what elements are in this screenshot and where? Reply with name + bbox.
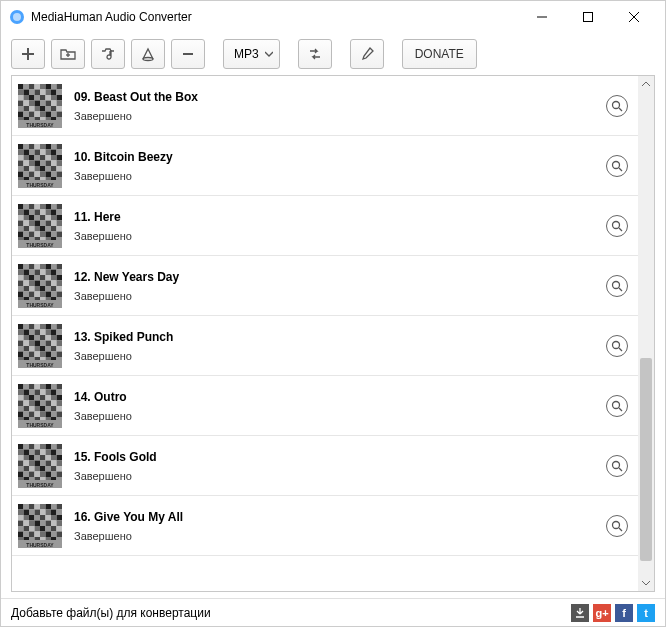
scrollbar[interactable] (638, 76, 654, 591)
svg-rect-422 (29, 444, 35, 450)
locate-button[interactable] (606, 455, 628, 477)
download-icon[interactable] (571, 604, 589, 622)
svg-text:THURSDAY: THURSDAY (26, 362, 54, 368)
track-item[interactable]: THURSDAY 13. Spiked Punch Завершено (12, 316, 638, 376)
track-item[interactable]: THURSDAY 11. Here Завершено (12, 196, 638, 256)
track-item[interactable]: THURSDAY 15. Fools Gold Завершено (12, 436, 638, 496)
scroll-track[interactable] (638, 92, 654, 575)
facebook-icon[interactable]: f (615, 604, 633, 622)
svg-rect-365 (46, 389, 52, 395)
svg-rect-91 (35, 149, 41, 155)
track-item[interactable]: THURSDAY 12. New Years Day Завершено (12, 256, 638, 316)
track-item[interactable]: THURSDAY 10. Bitcoin Beezy Завершено (12, 136, 638, 196)
svg-rect-236 (40, 275, 46, 281)
svg-rect-529 (24, 531, 30, 537)
maximize-button[interactable] (565, 1, 611, 33)
svg-rect-248 (18, 286, 24, 292)
svg-rect-378 (29, 400, 35, 406)
scroll-up-icon[interactable] (638, 76, 654, 92)
track-meta: 16. Give You My All Завершено (74, 510, 606, 542)
svg-rect-453 (24, 466, 30, 472)
scroll-down-icon[interactable] (638, 575, 654, 591)
track-status: Завершено (74, 470, 606, 482)
locate-button[interactable] (606, 95, 628, 117)
social-links: g+ f t (571, 604, 655, 622)
svg-rect-80 (18, 144, 24, 150)
track-status: Завершено (74, 110, 606, 122)
svg-text:THURSDAY: THURSDAY (26, 422, 54, 428)
close-button[interactable] (611, 1, 657, 33)
svg-rect-219 (35, 264, 41, 270)
svg-rect-390 (51, 406, 57, 412)
track-item[interactable]: THURSDAY 14. Outro Завершено (12, 376, 638, 436)
svg-rect-26 (51, 89, 57, 95)
svg-rect-179 (57, 220, 63, 226)
svg-rect-523 (35, 526, 41, 532)
svg-rect-326 (29, 351, 35, 357)
svg-point-1 (13, 13, 21, 21)
svg-rect-115 (35, 166, 41, 172)
svg-rect-170 (51, 215, 57, 221)
locate-button[interactable] (606, 395, 628, 417)
googleplus-icon[interactable]: g+ (593, 604, 611, 622)
svg-rect-358 (51, 384, 57, 390)
settings-button[interactable] (350, 39, 384, 69)
svg-rect-27 (57, 89, 63, 95)
svg-rect-423 (35, 444, 41, 450)
svg-rect-305 (46, 335, 52, 341)
svg-rect-262 (51, 291, 57, 297)
album-art: THURSDAY (18, 504, 62, 548)
track-list-container: THURSDAY 09. Beast Out the Box Завершено… (11, 75, 655, 592)
svg-rect-39 (35, 100, 41, 106)
locate-button[interactable] (606, 335, 628, 357)
svg-rect-152 (40, 204, 46, 210)
remove-button[interactable] (171, 39, 205, 69)
twitter-icon[interactable]: t (637, 604, 655, 622)
svg-rect-258 (29, 291, 35, 297)
svg-rect-519 (57, 520, 63, 526)
svg-point-486 (613, 461, 620, 468)
svg-rect-309 (24, 340, 30, 346)
track-item[interactable]: THURSDAY 16. Give You My All Завершено (12, 496, 638, 556)
svg-rect-517 (46, 520, 52, 526)
format-select[interactable]: MP3 (223, 39, 280, 69)
svg-line-487 (619, 468, 622, 471)
svg-rect-462 (29, 471, 35, 477)
add-button[interactable] (11, 39, 45, 69)
svg-rect-369 (24, 395, 30, 401)
add-folder-button[interactable] (51, 39, 85, 69)
minimize-button[interactable] (519, 1, 565, 33)
locate-button[interactable] (606, 215, 628, 237)
svg-rect-504 (18, 515, 24, 521)
donate-button[interactable]: DONATE (402, 39, 477, 69)
svg-rect-508 (40, 515, 46, 521)
locate-button[interactable] (606, 515, 628, 537)
svg-rect-352 (18, 384, 24, 390)
svg-rect-300 (18, 335, 24, 341)
svg-rect-47 (35, 106, 41, 112)
svg-rect-51 (57, 106, 63, 112)
svg-rect-165 (24, 215, 30, 221)
svg-rect-293 (24, 329, 30, 335)
clear-button[interactable] (131, 39, 165, 69)
track-list: THURSDAY 09. Beast Out the Box Завершено… (12, 76, 638, 591)
svg-rect-524 (40, 526, 46, 532)
scroll-thumb[interactable] (640, 358, 652, 561)
svg-rect-438 (29, 455, 35, 461)
convert-button[interactable] (298, 39, 332, 69)
svg-rect-263 (57, 291, 63, 297)
locate-button[interactable] (606, 155, 628, 177)
svg-rect-366 (51, 389, 57, 395)
svg-rect-458 (51, 466, 57, 472)
svg-rect-441 (46, 455, 52, 461)
svg-rect-240 (18, 280, 24, 286)
svg-rect-376 (18, 400, 24, 406)
svg-rect-38 (29, 100, 35, 106)
locate-button[interactable] (606, 275, 628, 297)
svg-rect-320 (40, 346, 46, 352)
svg-rect-249 (24, 286, 30, 292)
track-item[interactable]: THURSDAY 09. Beast Out the Box Завершено (12, 76, 638, 136)
add-itunes-button[interactable] (91, 39, 125, 69)
svg-rect-178 (51, 220, 57, 226)
svg-rect-117 (46, 166, 52, 172)
